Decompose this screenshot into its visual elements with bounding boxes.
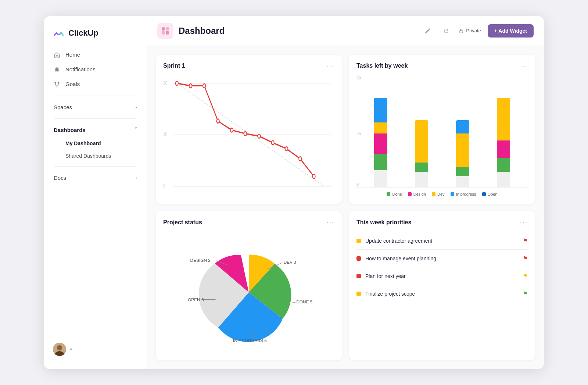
svg-point-18: [216, 119, 219, 123]
svg-point-22: [272, 140, 274, 145]
svg-point-17: [203, 83, 205, 88]
dashboards-chevron-icon: ˅: [135, 127, 137, 133]
legend-inprogress-label: In progress: [456, 192, 476, 196]
refresh-button[interactable]: [440, 25, 452, 37]
priority-left-4: Finalize project scope: [356, 291, 415, 297]
user-avatar[interactable]: [53, 343, 66, 356]
priorities-list: Update contractor agreement ⚑ How to man…: [356, 232, 528, 353]
priority-item-1: Update contractor agreement ⚑: [356, 232, 528, 250]
sidebar-home-label: Home: [65, 51, 80, 58]
header-left: Dashboard: [157, 23, 225, 39]
bar-design-1: [374, 133, 387, 154]
priority-flag-4: ⚑: [523, 290, 528, 297]
dashboards-label: Dashboards: [54, 127, 86, 133]
svg-point-19: [230, 128, 233, 132]
priority-text-4: Finalize project scope: [365, 291, 415, 297]
svg-point-23: [285, 146, 288, 150]
priority-item-3: Plan for next year ⚑: [356, 267, 528, 285]
nav-divider-1: [54, 96, 137, 96]
sprint-widget-title: Sprint 1: [163, 63, 185, 69]
legend-dev-dot: [432, 192, 435, 196]
priority-left-2: How to manage event planning: [356, 256, 436, 261]
avatar-svg: [53, 343, 66, 356]
sidebar-item-shared-dashboards[interactable]: Shared Dashboards: [49, 150, 142, 162]
bar-inprogress-3: [456, 120, 469, 133]
spaces-label: Spaces: [54, 104, 72, 110]
dashboard-grid: Sprint 1 ··· 20 10 0: [147, 46, 544, 369]
legend-design-dot: [408, 192, 412, 196]
sidebar-item-my-dashboard[interactable]: My Dashboard: [49, 138, 142, 149]
y-label-0: 0: [356, 182, 359, 186]
nav-divider-2: [54, 118, 137, 119]
tasks-week-widget: Tasks left by week ··· 50 25 0: [349, 55, 535, 204]
bar-done-2: [415, 163, 428, 171]
svg-point-24: [299, 157, 301, 161]
header-right: Private + Add Widget: [422, 24, 534, 38]
sprint-menu-button[interactable]: ···: [327, 62, 334, 70]
sidebar-item-notifications[interactable]: Notifications: [49, 63, 142, 76]
svg-rect-4: [166, 27, 169, 31]
y-label-25: 25: [356, 131, 361, 136]
page-title: Dashboard: [179, 26, 225, 36]
sidebar-section-dashboards[interactable]: Dashboards ˅: [49, 123, 142, 137]
tasks-week-title: Tasks left by week: [356, 63, 408, 69]
sidebar-section-spaces[interactable]: Spaces ›: [49, 100, 142, 114]
my-dashboard-label: My Dashboard: [65, 140, 101, 146]
sprint-svg: 20 10 0: [163, 76, 334, 197]
add-widget-button[interactable]: + Add Widget: [488, 24, 534, 38]
legend-design: Design: [408, 192, 426, 196]
sidebar-item-home[interactable]: Home: [49, 48, 142, 62]
tasks-week-header: Tasks left by week ···: [356, 62, 528, 70]
project-status-widget: Project status ···: [156, 211, 342, 360]
home-icon: [54, 51, 60, 58]
bar-group-4: [497, 76, 510, 188]
priority-dot-2: [356, 256, 361, 261]
sidebar-notifications-label: Notifications: [65, 66, 96, 72]
edit-button[interactable]: [422, 25, 434, 37]
bar-group-3: [456, 76, 469, 188]
legend-done-label: Done: [392, 192, 402, 196]
sidebar-item-goals[interactable]: Goals: [49, 77, 142, 91]
privacy-badge[interactable]: Private: [459, 28, 481, 33]
priorities-title: This week priorities: [356, 219, 411, 226]
svg-point-25: [312, 174, 315, 178]
clickup-logo-icon: [53, 27, 65, 39]
bell-icon: [54, 66, 60, 73]
legend-open-label: Open: [488, 192, 498, 196]
priorities-widget: This week priorities ··· Update contract…: [349, 211, 535, 360]
legend-inprogress-dot: [451, 192, 454, 196]
bar-group-1: [374, 76, 387, 188]
legend-done-dot: [387, 192, 390, 196]
bar-chart-area: 50 25 0: [356, 76, 528, 188]
priority-flag-2: ⚑: [523, 255, 528, 262]
bar-group-2: [415, 76, 428, 188]
priority-text-3: Plan for next year: [365, 273, 406, 279]
spaces-chevron-icon: ›: [135, 104, 137, 110]
bar-done-1: [374, 154, 387, 171]
pie-label-done: DONE 5: [296, 299, 312, 304]
tasks-week-menu-button[interactable]: ···: [520, 62, 528, 70]
sidebar-section-docs[interactable]: Docs ›: [49, 171, 142, 185]
bar-design-4: [497, 140, 510, 158]
sprint-widget: Sprint 1 ··· 20 10 0: [156, 55, 342, 204]
priorities-menu-button[interactable]: ···: [520, 218, 528, 226]
bar-inprogress-1: [374, 98, 387, 122]
bar-dev-3: [456, 133, 469, 167]
sidebar-bottom: ▾: [44, 337, 147, 362]
svg-text:0: 0: [163, 182, 165, 189]
priority-dot-3: [356, 274, 361, 278]
svg-point-16: [189, 83, 192, 88]
bar-done-3: [456, 167, 469, 176]
sprint-chart: 20 10 0: [163, 76, 334, 197]
priority-left-1: Update contractor agreement: [356, 238, 432, 244]
refresh-icon: [443, 28, 449, 34]
priority-flag-1: ⚑: [523, 237, 528, 244]
project-status-menu-button[interactable]: ···: [327, 218, 334, 226]
pie-label-open: OPEN 6: [188, 297, 204, 302]
sprint-widget-header: Sprint 1 ···: [163, 62, 334, 70]
priority-text-2: How to manage event planning: [365, 256, 436, 261]
dashboard-grid-icon: [161, 26, 170, 36]
nav-divider-3: [54, 166, 137, 167]
avatar-chevron-icon[interactable]: ▾: [70, 347, 72, 352]
lock-icon: [459, 28, 464, 33]
